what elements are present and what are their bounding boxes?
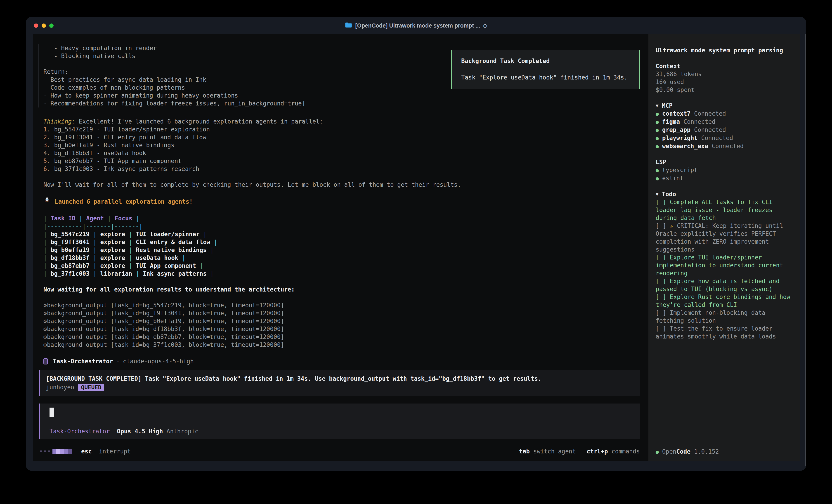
todo-heading: Todo <box>662 190 676 198</box>
conversation-scroll[interactable]: - Heavy computation in render - Blocking… <box>33 34 648 461</box>
username: junhoyeo <box>46 384 74 391</box>
todo-list: [ ] Complete ALL tasks to fix CLI loader… <box>656 198 794 340</box>
minimize-button[interactable] <box>42 24 46 28</box>
lsp-server-row: ●typescript <box>656 166 794 174</box>
tool-args: [task_id=bg_5547c219, block=true, timeou… <box>111 302 284 309</box>
agent-name: Task-Orchestrator <box>53 358 113 365</box>
agent-status-line: Task-Orchestrator · claude-opus-4-5-high <box>44 358 648 365</box>
toast-title: Background Task Completed <box>461 57 639 65</box>
todo-item: [ ] Explore how data is fetched and pass… <box>656 277 794 293</box>
ctrlp-label: commands <box>612 448 640 455</box>
mcp-section-header[interactable]: ▼ MCP <box>656 102 794 110</box>
context-heading: Context <box>656 62 794 70</box>
thinking-item: 1.bg_5547c219 - TUI loader/spinner explo… <box>44 125 648 134</box>
close-button[interactable] <box>34 24 38 28</box>
context-tokens: 31,686 tokens <box>656 70 794 78</box>
thinking-label: Thinking: <box>44 118 75 125</box>
mcp-server-row: ●playwrightConnected <box>656 134 794 142</box>
title-spinner-icon: ○ <box>484 22 487 29</box>
gear-icon: ⚙ <box>44 334 47 340</box>
launch-banner: Launched 6 parallel exploration agents! <box>44 197 648 206</box>
tool-result-line: - Recommendations for fixing loader free… <box>44 100 648 108</box>
background-task-message: [BACKGROUND TASK COMPLETED] Task "Explor… <box>39 370 640 396</box>
input-model-name[interactable]: Opus 4.5 High <box>117 427 163 436</box>
lsp-server-row: ●eslint <box>656 174 794 183</box>
tool-call-line: ⚙background_output[task_id=bg_f9ff3041, … <box>44 309 648 317</box>
input-agent-name[interactable]: Task-Orchestrator <box>50 427 110 436</box>
gear-icon: ⚙ <box>44 318 47 325</box>
working-spinner <box>40 449 72 454</box>
mcp-server-row: ●context7Connected <box>656 110 794 118</box>
toast-body: Task "Explore useData hook" finished in … <box>461 74 639 82</box>
status-bar: esc interrupt tab switch agent ctrl+p co… <box>33 442 648 461</box>
background-task-text: [BACKGROUND TASK COMPLETED] Task "Explor… <box>46 375 633 383</box>
spinner-block <box>68 449 72 454</box>
input-provider-name: Anthropic <box>166 427 199 436</box>
mcp-server-row: ●grep_appConnected <box>656 126 794 134</box>
thinking-item: 3.bg_b0effa19 - Rust native bindings <box>44 141 648 149</box>
mcp-server-row: ●figmaConnected <box>656 118 794 126</box>
app-version-footer: ● OpenCode 1.0.152 <box>656 448 719 456</box>
tool-name: background_output <box>47 318 107 325</box>
table-separator-row: |----------|-------|-------| <box>44 222 648 230</box>
lsp-heading: LSP <box>656 158 794 166</box>
agent-model: claude-opus-4-5-high <box>123 358 194 365</box>
prompt-input[interactable]: Task-Orchestrator Opus 4.5 High Anthropi… <box>39 403 640 439</box>
gear-icon: ⚙ <box>44 326 47 332</box>
tool-args: [task_id=bg_f9ff3041, block=true, timeou… <box>111 310 284 316</box>
thinking-item: 5.bg_eb87ebb7 - TUI App main component <box>44 157 648 165</box>
context-spent: $0.00 spent <box>656 86 794 94</box>
esc-hint: esc interrupt <box>81 448 131 455</box>
esc-label: interrupt <box>99 448 131 455</box>
table-row: |bg_df18bb3f|explore|useData hook| <box>44 254 648 262</box>
status-dot-icon: ● <box>656 134 659 142</box>
todo-item: [ ] Implement non-blocking data fetching… <box>656 309 794 325</box>
status-dot-icon: ● <box>656 126 659 134</box>
table-row: |bg_b0effa19|explore|Rust native binding… <box>44 246 648 254</box>
tool-call-line: ⚙background_output[task_id=bg_5547c219, … <box>44 302 648 309</box>
gear-icon: ⚙ <box>44 341 47 348</box>
tool-result-line: - How to keep spinner animating during h… <box>44 92 648 100</box>
thinking-item: 4.bg_df18bb3f - useData hook <box>44 149 648 157</box>
thinking-outro: Now I'll wait for all of them to complet… <box>44 181 648 189</box>
maximize-button[interactable] <box>49 24 54 28</box>
status-dot-icon: ● <box>656 110 659 118</box>
tool-call-line: ⚙background_output[task_id=bg_b0effa19, … <box>44 317 648 325</box>
agent-icon <box>44 358 48 364</box>
todo-item: [ ] Explore Rust core bindings and how t… <box>656 293 794 309</box>
ctrlp-key: ctrl+p <box>587 448 608 455</box>
spinner-dot <box>48 450 50 452</box>
input-meta-row: Task-Orchestrator Opus 4.5 High Anthropi… <box>50 427 640 436</box>
tool-name: background_output <box>47 334 107 340</box>
desktop: { "window": { "title": "[OpenCode] Ultra… <box>0 0 832 504</box>
traffic-lights <box>34 17 54 34</box>
todo-item: [ ] Explore TUI loader/spinner implement… <box>656 254 794 277</box>
esc-key: esc <box>81 448 92 455</box>
keyboard-hints: tab switch agent ctrl+p commands <box>519 448 640 455</box>
status-dot-icon: ● <box>656 448 659 456</box>
todo-item: [ ] Test the fix to ensure loader animat… <box>656 325 794 340</box>
tool-args: [task_id=bg_b0effa19, block=true, timeou… <box>111 318 284 325</box>
todo-item: [ ] ⚠ CRITICAL: Keep iterating until Ora… <box>656 222 794 254</box>
status-dot-icon: ● <box>656 166 659 174</box>
spinner-block <box>56 449 60 454</box>
terminal-main: - Heavy computation in render - Blocking… <box>33 34 648 461</box>
chevron-down-icon: ▼ <box>656 102 658 110</box>
tool-call-list: ⚙background_output[task_id=bg_5547c219, … <box>44 302 648 349</box>
spinner-block <box>60 449 64 454</box>
todo-section-header[interactable]: ▼ Todo <box>656 190 794 198</box>
window-scrollbar[interactable] <box>805 34 806 466</box>
table-row: |bg_37f1c003|librarian|Ink async pattern… <box>44 270 648 278</box>
thinking-item: 6.bg_37f1c003 - Ink async patterns resea… <box>44 165 648 173</box>
status-dot-icon: ● <box>656 142 659 150</box>
thinking-item: 2.bg_f9ff3041 - CLI entry point and data… <box>44 134 648 141</box>
window-title: [OpenCode] Ultrawork mode system prompt … <box>345 22 487 29</box>
waiting-line: Now waiting for all exploration results … <box>44 286 648 293</box>
toast-notification: Background Task Completed Task "Explore … <box>451 50 640 89</box>
table-row: |bg_5547c219|explore|TUI loader/spinner| <box>44 230 648 238</box>
tool-name: background_output <box>47 310 107 316</box>
app-version: 1.0.152 <box>694 448 719 456</box>
status-dot-icon: ● <box>656 118 659 126</box>
folder-icon <box>345 22 352 29</box>
tab-key: tab <box>519 448 530 455</box>
